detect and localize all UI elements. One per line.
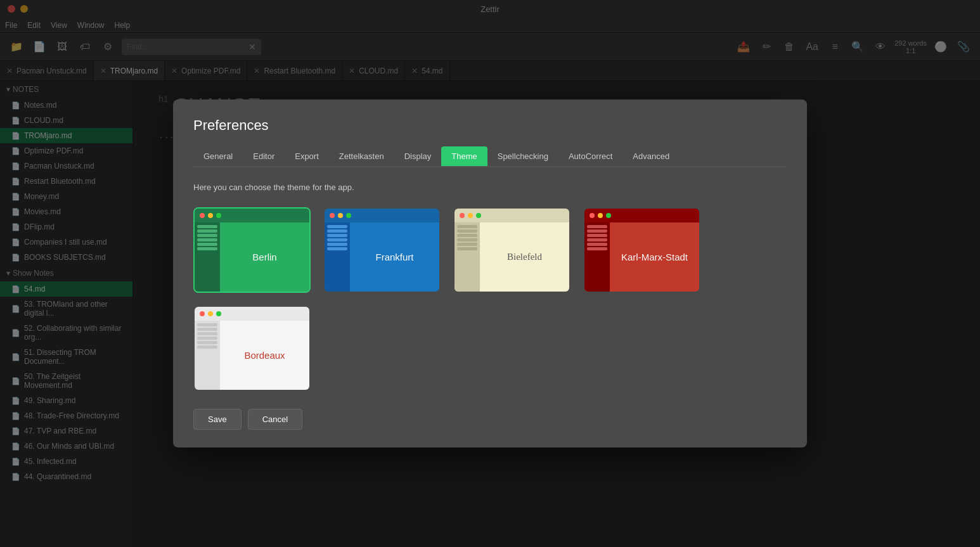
pref-tab-theme[interactable]: Theme xyxy=(441,146,487,166)
sidebar-line xyxy=(327,247,347,250)
sidebar-line xyxy=(327,238,347,241)
card-sidebar-bielefeld xyxy=(455,222,480,292)
preferences-modal: Preferences General Editor Export Zettel… xyxy=(173,100,807,447)
pref-tab-zettelkasten[interactable]: Zettelkasten xyxy=(329,146,394,166)
sidebar-line xyxy=(457,247,477,250)
sidebar-line xyxy=(197,238,217,241)
card-body-kms: Karl-Marx-Stadt xyxy=(584,222,699,292)
preferences-tabs: General Editor Export Zettelkasten Displ… xyxy=(193,146,787,167)
sidebar-line xyxy=(587,225,607,228)
card-editor-frankfurt: Frankfurt xyxy=(350,222,439,292)
dot-red-icon xyxy=(200,311,205,316)
card-titlebar-bielefeld xyxy=(455,209,569,222)
card-titlebar-bordeaux xyxy=(195,307,309,321)
card-body-frankfurt: Frankfurt xyxy=(325,222,439,292)
theme-card-kms[interactable]: Karl-Marx-Stadt xyxy=(583,207,700,293)
theme-name-kms: Karl-Marx-Stadt xyxy=(621,252,688,262)
dot-red-icon xyxy=(200,213,205,218)
sidebar-line xyxy=(197,243,217,246)
modal-title: Preferences xyxy=(193,117,787,134)
card-titlebar-berlin xyxy=(195,209,309,222)
sidebar-line xyxy=(197,341,217,344)
dot-red-icon xyxy=(460,213,465,218)
card-editor-kms: Karl-Marx-Stadt xyxy=(610,222,699,292)
sidebar-line xyxy=(327,234,347,237)
card-editor-berlin: Berlin xyxy=(220,222,309,292)
sidebar-line xyxy=(457,238,477,241)
sidebar-line xyxy=(197,229,217,233)
dot-green-icon xyxy=(476,213,481,218)
theme-card-bielefeld[interactable]: Bielefeld xyxy=(453,207,571,293)
card-sidebar-frankfurt xyxy=(325,222,350,292)
sidebar-line xyxy=(587,238,607,241)
sidebar-line xyxy=(197,332,217,335)
sidebar-line xyxy=(587,229,607,233)
sidebar-line xyxy=(457,234,477,237)
pref-tab-spellchecking[interactable]: Spellchecking xyxy=(487,146,558,166)
theme-name-berlin: Berlin xyxy=(252,252,276,262)
card-body-bordeaux: Bordeaux xyxy=(195,321,309,390)
theme-card-bordeaux[interactable]: Bordeaux xyxy=(193,306,311,391)
sidebar-line xyxy=(457,243,477,246)
sidebar-line xyxy=(457,229,477,233)
card-editor-bielefeld: Bielefeld xyxy=(480,222,569,292)
sidebar-line xyxy=(197,337,217,340)
dot-green-icon xyxy=(346,213,351,218)
sidebar-line xyxy=(197,328,217,331)
dot-yellow-icon xyxy=(208,311,213,316)
dot-green-icon xyxy=(606,213,611,218)
dot-green-icon xyxy=(216,311,221,316)
cancel-button[interactable]: Cancel xyxy=(248,409,302,430)
pref-tab-advanced[interactable]: Advanced xyxy=(622,146,680,166)
pref-tab-general[interactable]: General xyxy=(193,146,243,166)
sidebar-line xyxy=(327,243,347,246)
modal-buttons: Save Cancel xyxy=(193,409,787,430)
card-body-berlin: Berlin xyxy=(195,222,309,292)
theme-description: Here you can choose the theme for the ap… xyxy=(193,183,787,192)
card-sidebar-kms xyxy=(584,222,610,292)
card-sidebar-bordeaux xyxy=(195,321,220,390)
card-body-bielefeld: Bielefeld xyxy=(455,222,569,292)
sidebar-line xyxy=(197,225,217,228)
pref-tab-editor[interactable]: Editor xyxy=(243,146,285,166)
sidebar-line xyxy=(587,234,607,237)
sidebar-line xyxy=(197,345,217,349)
card-editor-bordeaux: Bordeaux xyxy=(220,321,309,390)
sidebar-line xyxy=(197,247,217,250)
card-sidebar-berlin xyxy=(195,222,220,292)
dot-yellow-icon xyxy=(208,213,213,218)
pref-tab-display[interactable]: Display xyxy=(394,146,442,166)
card-titlebar-frankfurt xyxy=(325,209,439,222)
preferences-modal-overlay: Preferences General Editor Export Zettel… xyxy=(0,0,980,547)
sidebar-line xyxy=(587,247,607,250)
theme-name-bordeaux: Bordeaux xyxy=(244,350,285,361)
pref-tab-export[interactable]: Export xyxy=(285,146,329,166)
theme-name-bielefeld: Bielefeld xyxy=(507,252,542,262)
dot-yellow-icon xyxy=(468,213,473,218)
sidebar-line xyxy=(457,225,477,228)
pref-tab-autocorrect[interactable]: AutoCorrect xyxy=(558,146,622,166)
dot-yellow-icon xyxy=(598,213,603,218)
theme-name-frankfurt: Frankfurt xyxy=(375,252,413,262)
sidebar-line xyxy=(197,234,217,237)
sidebar-line xyxy=(327,225,347,228)
sidebar-line xyxy=(587,243,607,246)
dot-green-icon xyxy=(216,213,221,218)
sidebar-line xyxy=(327,229,347,233)
theme-card-berlin[interactable]: Berlin xyxy=(193,207,311,293)
theme-card-frankfurt[interactable]: Frankfurt xyxy=(323,207,441,293)
theme-grid: Berlin xyxy=(193,207,787,391)
dot-red-icon xyxy=(590,213,595,218)
sidebar-line xyxy=(197,323,217,326)
save-button[interactable]: Save xyxy=(193,409,242,430)
dot-red-icon xyxy=(330,213,335,218)
card-titlebar-kms xyxy=(584,209,699,222)
dot-yellow-icon xyxy=(338,213,343,218)
